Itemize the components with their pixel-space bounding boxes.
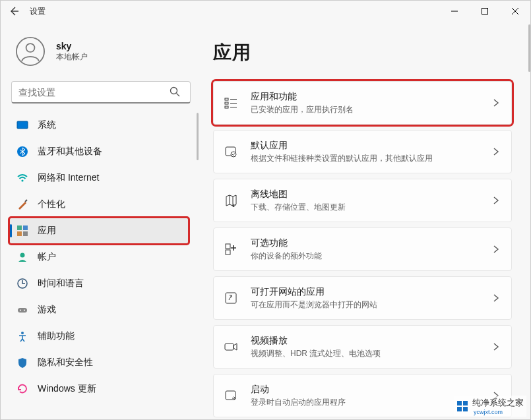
window-title: 设置 [27, 6, 46, 17]
sidebar-item-system[interactable]: 系统 [10, 113, 188, 138]
settings-cards: 应用和功能 已安装的应用，应用执行别名 默认应用 根据文件和链接种类设置的默认应… [213, 81, 513, 419]
card-title: 默认应用 [251, 140, 491, 152]
system-icon [16, 119, 28, 131]
sidebar-item-time-language[interactable]: 时间和语言 [10, 271, 188, 296]
card-title: 应用和功能 [251, 91, 491, 103]
watermark: 纯净系统之家 ycwjxt.com [454, 396, 526, 417]
sidebar-item-apps[interactable]: 应用 [10, 218, 188, 243]
card-default-apps[interactable]: 默认应用 根据文件和链接种类设置的默认应用，其他默认应用 [213, 130, 512, 173]
default-apps-icon [223, 144, 239, 160]
card-apps-for-websites[interactable]: 可打开网站的应用 可在应用而不是浏览器中打开的网站 [213, 276, 512, 320]
bluetooth-icon [16, 146, 28, 158]
svg-rect-14 [18, 308, 27, 313]
sidebar-item-accessibility[interactable]: 辅助功能 [10, 324, 188, 349]
accessibility-icon [16, 330, 28, 342]
chevron-right-icon [491, 293, 501, 303]
card-subtitle: 已安装的应用，应用执行别名 [251, 104, 491, 115]
websites-icon [223, 290, 239, 306]
sidebar-item-bluetooth[interactable]: 蓝牙和其他设备 [10, 139, 188, 164]
card-subtitle: 你的设备的额外功能 [251, 251, 491, 262]
maximize-icon [482, 8, 488, 15]
nav-list: 系统 蓝牙和其他设备 网络和 Internet 个性化 应用 [10, 113, 196, 402]
svg-rect-9 [23, 225, 28, 230]
optional-features-icon [223, 241, 239, 257]
content-scrollbar[interactable] [528, 22, 530, 419]
close-icon [512, 8, 518, 15]
user-name: sky [56, 41, 88, 51]
gamepad-icon [16, 304, 28, 316]
user-text: sky 本地帐户 [56, 41, 88, 63]
update-icon [16, 383, 28, 395]
svg-point-2 [26, 44, 35, 52]
sidebar-item-privacy[interactable]: 隐私和安全性 [10, 350, 188, 375]
card-title: 视频播放 [251, 335, 491, 347]
apps-icon [16, 225, 28, 237]
chevron-right-icon [491, 245, 501, 254]
user-block[interactable]: sky 本地帐户 [10, 30, 196, 78]
account-icon [16, 251, 28, 263]
wifi-icon [16, 172, 28, 184]
svg-rect-11 [23, 231, 28, 236]
card-subtitle: 下载、存储位置、地图更新 [251, 202, 491, 213]
search-icon [170, 86, 180, 97]
minimize-button[interactable] [439, 1, 470, 22]
nav-wrapper: 系统 蓝牙和其他设备 网络和 Internet 个性化 应用 [10, 113, 196, 402]
sidebar-item-label: 系统 [38, 119, 56, 131]
sidebar-item-accounts[interactable]: 帐户 [10, 245, 188, 270]
card-subtitle: 根据文件和链接种类设置的默认应用，其他默认应用 [251, 153, 491, 164]
watermark-text: 纯净系统之家 [472, 398, 524, 407]
svg-point-3 [171, 88, 177, 94]
video-icon [223, 339, 239, 355]
card-title: 可选功能 [251, 237, 491, 249]
svg-rect-18 [225, 98, 228, 100]
user-account-type: 本地帐户 [56, 51, 88, 63]
sidebar-item-network[interactable]: 网络和 Internet [10, 165, 188, 191]
svg-rect-4 [17, 121, 28, 129]
svg-rect-28 [457, 401, 462, 405]
sidebar-item-personalization[interactable]: 个性化 [10, 192, 188, 217]
avatar [13, 34, 48, 69]
sidebar-item-label: 应用 [38, 225, 56, 237]
svg-rect-24 [226, 250, 230, 255]
watermark-logo-icon [456, 400, 468, 412]
search-input[interactable] [11, 81, 191, 104]
svg-point-22 [231, 152, 236, 157]
map-icon [223, 193, 239, 208]
chevron-right-icon [491, 147, 501, 156]
window-body: sky 本地帐户 系统 蓝牙和其他设备 [1, 22, 530, 419]
svg-rect-0 [482, 9, 488, 15]
sidebar-item-label: 蓝牙和其他设备 [38, 146, 102, 158]
sidebar-item-label: 辅助功能 [38, 330, 75, 342]
svg-point-7 [21, 179, 23, 181]
close-button[interactable] [500, 1, 530, 22]
brush-icon [16, 198, 28, 210]
sidebar-item-label: 游戏 [38, 304, 56, 316]
card-title: 离线地图 [251, 189, 491, 200]
watermark-url: ycwjxt.com [474, 409, 524, 415]
sidebar-item-label: 网络和 Internet [38, 172, 99, 184]
svg-rect-30 [457, 407, 462, 411]
svg-rect-25 [226, 293, 236, 303]
page-title: 应用 [213, 40, 513, 65]
sidebar: sky 本地帐户 系统 蓝牙和其他设备 [1, 22, 199, 419]
card-offline-maps[interactable]: 离线地图 下载、存储位置、地图更新 [213, 179, 512, 222]
card-video-playback[interactable]: 视频播放 视频调整、HDR 流式处理、电池选项 [213, 325, 512, 369]
svg-rect-31 [463, 407, 468, 411]
settings-window: 设置 [0, 0, 531, 420]
sidebar-item-label: 隐私和安全性 [38, 357, 93, 369]
minimize-icon [451, 8, 458, 15]
svg-rect-20 [225, 106, 228, 108]
card-apps-features[interactable]: 应用和功能 已安装的应用，应用执行别名 [213, 81, 512, 125]
sidebar-item-gaming[interactable]: 游戏 [10, 297, 188, 322]
back-button[interactable] [1, 1, 27, 22]
caption-buttons [439, 1, 530, 22]
chevron-right-icon [491, 196, 501, 205]
card-optional-features[interactable]: 可选功能 你的设备的额外功能 [213, 227, 512, 271]
maximize-button[interactable] [470, 1, 500, 22]
clock-globe-icon [16, 278, 28, 289]
sidebar-item-windows-update[interactable]: Windows 更新 [10, 376, 188, 402]
card-title: 可打开网站的应用 [251, 286, 491, 298]
search-box[interactable] [11, 81, 191, 104]
svg-point-17 [21, 332, 24, 334]
svg-rect-23 [226, 244, 230, 249]
